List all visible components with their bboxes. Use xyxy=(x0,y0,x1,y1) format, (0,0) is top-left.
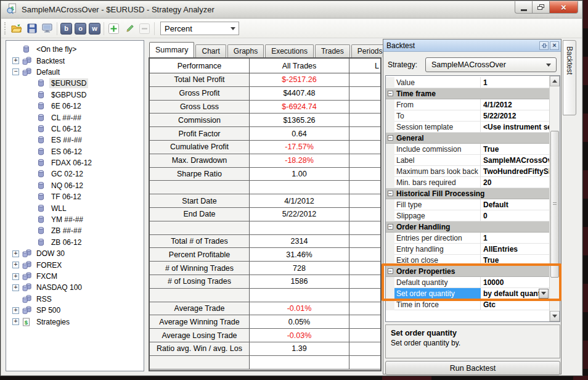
property-row[interactable]: − From 4/1/2012 xyxy=(386,99,549,110)
property-value-cell[interactable]: 5/22/2012 xyxy=(481,110,549,122)
property-name[interactable]: Maximum bars look back xyxy=(394,166,481,177)
backtest-panel-header[interactable]: Backtest × xyxy=(383,39,561,52)
edit-button[interactable] xyxy=(121,21,137,36)
property-row[interactable]: − Time in force Gtc xyxy=(386,299,549,310)
tree-item[interactable]: $ 6E 06-12 xyxy=(6,101,144,112)
result-tab[interactable]: Executions xyxy=(265,44,314,57)
tree-item[interactable]: $ FDAX 06-12 xyxy=(6,157,144,168)
tree-item[interactable]: $ <On the fly> xyxy=(6,44,144,55)
property-value[interactable]: Default xyxy=(483,200,549,209)
tree-expander-icon[interactable]: + xyxy=(12,57,19,64)
property-value[interactable]: SampleMACrossOver xyxy=(483,156,549,165)
collapse-icon[interactable]: − xyxy=(388,91,393,96)
property-name[interactable]: Session template xyxy=(394,122,481,133)
tree-expander-icon[interactable]: + xyxy=(12,284,19,291)
property-row[interactable]: − Value 1 xyxy=(386,77,549,88)
title-bar[interactable]: $ SampleMACrossOver - $EURUSD - Strategy… xyxy=(1,1,582,19)
property-value-cell[interactable]: Default xyxy=(481,199,549,210)
property-row[interactable]: − General xyxy=(386,133,549,144)
property-value-cell[interactable]: 0 xyxy=(481,210,549,221)
property-value-cell[interactable]: 1 xyxy=(481,233,549,244)
property-name[interactable]: Min. bars required xyxy=(394,177,481,188)
tree-item[interactable]: $ $GBPUSD xyxy=(6,89,144,101)
property-row[interactable]: − Entries per direction 1 xyxy=(386,233,549,244)
run-backtest-button[interactable]: Run Backtest xyxy=(385,361,560,375)
scrollbar[interactable] xyxy=(549,76,560,321)
property-row[interactable]: − To 5/22/2012 xyxy=(386,110,549,122)
property-value[interactable]: <Use instrument settings> xyxy=(483,123,549,131)
dropdown-button[interactable] xyxy=(539,289,549,299)
property-name[interactable]: Time in force xyxy=(394,299,481,310)
property-row[interactable]: − Slippage 0 xyxy=(386,210,549,221)
backtest-side-tab[interactable]: Backtest xyxy=(563,40,576,115)
save-button[interactable] xyxy=(24,21,39,36)
result-tab[interactable]: Graphs xyxy=(227,44,264,57)
optimize-mode-button[interactable]: o xyxy=(75,23,86,35)
property-row[interactable]: − Historical Fill Processing xyxy=(386,188,549,199)
property-row[interactable]: − Default quantity 10000 xyxy=(386,277,549,288)
display-unit-select[interactable]: Percent xyxy=(160,22,239,35)
property-row[interactable]: − Entry handling AllEntries xyxy=(386,244,549,255)
property-value-cell[interactable]: 4/1/2012 xyxy=(481,99,549,110)
tree-expander-icon[interactable]: + xyxy=(12,250,19,257)
property-value-cell[interactable]: AllEntries xyxy=(481,244,549,255)
property-value-cell[interactable]: Gtc xyxy=(481,299,549,310)
property-value[interactable]: by default quantity xyxy=(483,289,539,298)
property-value[interactable]: 1 xyxy=(483,78,549,87)
property-value[interactable]: TwoHundredFiftySix xyxy=(483,167,549,176)
tree-item[interactable]: $ TF 06-12 xyxy=(6,191,144,202)
toolbar-grip[interactable] xyxy=(4,22,6,35)
tree-expander-icon[interactable]: + xyxy=(12,262,19,268)
property-value-cell[interactable]: 20 xyxy=(481,177,549,188)
property-value-cell[interactable]: True xyxy=(481,144,549,155)
property-name[interactable]: Entry handling xyxy=(394,244,481,255)
property-name[interactable]: Exit on close xyxy=(394,255,481,266)
property-row[interactable]: − Order Properties xyxy=(386,266,549,277)
property-value-cell[interactable]: True xyxy=(481,255,549,266)
property-row[interactable]: − Fill type Default xyxy=(386,199,549,210)
property-name[interactable]: Slippage xyxy=(394,210,481,221)
property-name[interactable]: From xyxy=(394,99,481,110)
property-value-cell[interactable]: SampleMACrossOver xyxy=(481,155,549,166)
remove-button[interactable] xyxy=(137,21,152,36)
tree-item[interactable]: + $ D xyxy=(6,248,144,259)
collapse-icon[interactable]: − xyxy=(388,224,393,229)
property-value[interactable]: AllEntries xyxy=(483,245,549,254)
property-value-cell[interactable]: <Use instrument settings> xyxy=(481,122,549,133)
minimize-button[interactable] xyxy=(515,1,533,14)
tree-item[interactable]: − $ D xyxy=(6,67,144,78)
tree-expander-icon[interactable]: + xyxy=(12,318,19,325)
scroll-thumb[interactable] xyxy=(550,131,559,278)
tree-item[interactable]: + $ F xyxy=(6,271,144,282)
tree-expander-icon[interactable]: + xyxy=(12,273,19,280)
add-button[interactable] xyxy=(106,21,121,36)
tree-item[interactable]: $ GC 02-12 xyxy=(6,168,144,180)
panel-close-button[interactable]: × xyxy=(550,41,559,50)
property-name[interactable]: Entries per direction xyxy=(394,233,481,244)
property-value[interactable]: 0 xyxy=(483,212,549,220)
collapse-icon[interactable]: − xyxy=(388,191,393,196)
property-name[interactable]: To xyxy=(394,110,481,122)
backtest-mode-button[interactable]: b xyxy=(60,23,72,35)
tree-item[interactable]: $ $EURUSD xyxy=(6,78,144,89)
tree-item[interactable]: $ NQ 06-12 xyxy=(6,180,144,191)
property-row[interactable]: − Maximum bars look back TwoHundredFifty… xyxy=(386,166,549,177)
collapse-icon[interactable]: − xyxy=(388,268,393,274)
property-value-cell[interactable]: 10000 xyxy=(481,277,549,288)
property-name[interactable]: Label xyxy=(394,155,481,166)
restore-button[interactable] xyxy=(532,1,550,14)
tree-item[interactable]: + $ N xyxy=(6,282,144,293)
property-row[interactable]: − Time frame xyxy=(386,88,549,99)
tree-item[interactable]: $ ZB 06-12 xyxy=(6,237,144,248)
tree-item[interactable]: $ ES ##-## xyxy=(6,134,144,146)
property-row[interactable]: − Min. bars required 20 xyxy=(386,177,549,188)
tree-item[interactable]: $ ZB ##-## xyxy=(6,225,144,236)
open-button[interactable] xyxy=(9,21,24,36)
property-value[interactable]: 10000 xyxy=(483,278,549,287)
result-tab[interactable]: Chart xyxy=(195,44,226,57)
tree-item[interactable]: $ WLL xyxy=(6,202,144,213)
property-row[interactable]: − Session template <Use instrument setti… xyxy=(386,122,549,133)
property-value-cell[interactable]: by default quantity xyxy=(481,288,549,299)
tree-item[interactable]: $ CL 06-12 xyxy=(6,123,144,134)
property-row[interactable]: − Label SampleMACrossOver xyxy=(386,155,549,166)
